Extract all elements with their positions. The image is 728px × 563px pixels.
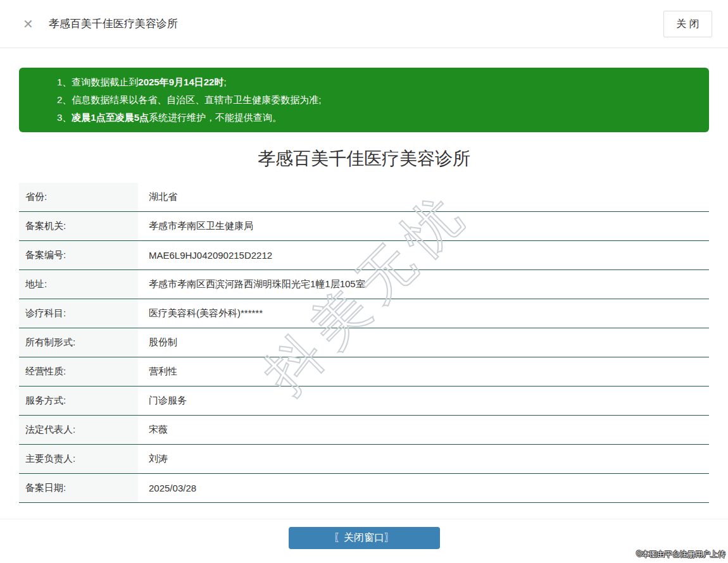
image-copyright: ©本图由平台注册用户上传 bbox=[636, 549, 725, 560]
table-row: 地址: 孝感市孝南区西滨河路西湖明珠阳光宅1幢1层105室 bbox=[19, 270, 709, 299]
row-value: 门诊服务 bbox=[138, 387, 709, 415]
table-row: 法定代表人: 宋薇 bbox=[19, 416, 709, 445]
notice-banner: 1、查询数据截止到2025年9月14日22时; 2、信息数据结果以各省、自治区、… bbox=[19, 68, 709, 132]
row-label: 地址: bbox=[19, 270, 138, 299]
table-row: 服务方式: 门诊服务 bbox=[19, 387, 709, 416]
table-row: 经营性质: 营利性 bbox=[19, 357, 709, 387]
table-row: 备案编号: MAE6L9HJ042090215D2212 bbox=[19, 241, 709, 270]
notice-line-1-bold: 2025年9月14日22时 bbox=[138, 77, 223, 87]
row-value: 湖北省 bbox=[138, 183, 709, 211]
notice-line-1-text: 1、查询数据截止到 bbox=[57, 77, 138, 87]
close-window-button[interactable]: 〖关闭窗口〗 bbox=[289, 527, 440, 549]
notice-line-3-bold: 凌晨1点至凌晨5点 bbox=[72, 112, 149, 123]
row-label: 服务方式: bbox=[19, 387, 138, 415]
row-label: 省份: bbox=[19, 183, 138, 211]
row-label: 经营性质: bbox=[19, 357, 138, 386]
page-title: 孝感百美千佳医疗美容诊所 bbox=[0, 146, 728, 171]
notice-line-1-suffix: ; bbox=[223, 77, 226, 87]
footer-button-row: 〖关闭窗口〗 bbox=[0, 527, 728, 549]
row-value: 营利性 bbox=[138, 357, 709, 386]
notice-line-3-text: 3、 bbox=[57, 112, 72, 123]
row-value: MAE6L9HJ042090215D2212 bbox=[138, 241, 709, 269]
row-value: 宋薇 bbox=[138, 416, 709, 444]
notice-line-2: 2、信息数据结果以各省、自治区、直辖市卫生健康委数据为准; bbox=[57, 91, 696, 109]
row-value: 2025/03/28 bbox=[138, 474, 709, 502]
header: ✕ 孝感百美千佳医疗美容诊所 关 闭 bbox=[0, 0, 728, 48]
row-value: 医疗美容科(美容外科)****** bbox=[138, 299, 709, 328]
notice-line-3: 3、凌晨1点至凌晨5点系统进行维护，不能提供查询。 bbox=[57, 109, 696, 127]
row-label: 诊疗科目: bbox=[19, 299, 138, 328]
panel-divider bbox=[0, 519, 728, 519]
row-label: 备案日期: bbox=[19, 474, 138, 502]
close-x-icon[interactable]: ✕ bbox=[23, 16, 34, 32]
row-label: 所有制形式: bbox=[19, 328, 138, 357]
row-label: 备案机关: bbox=[19, 212, 138, 240]
table-row: 备案机关: 孝感市孝南区卫生健康局 bbox=[19, 212, 709, 241]
header-title: 孝感百美千佳医疗美容诊所 bbox=[49, 16, 178, 31]
table-row: 省份: 湖北省 bbox=[19, 183, 709, 212]
table-row: 所有制形式: 股份制 bbox=[19, 328, 709, 357]
row-value: 股份制 bbox=[138, 328, 709, 357]
row-value: 孝感市孝南区西滨河路西湖明珠阳光宅1幢1层105室 bbox=[138, 270, 709, 299]
notice-line-3-suffix: 系统进行维护，不能提供查询。 bbox=[149, 112, 282, 123]
close-button[interactable]: 关 闭 bbox=[663, 11, 712, 37]
table-row: 诊疗科目: 医疗美容科(美容外科)****** bbox=[19, 299, 709, 328]
info-table: 省份: 湖北省 备案机关: 孝感市孝南区卫生健康局 备案编号: MAE6L9HJ… bbox=[19, 183, 709, 503]
notice-line-1: 1、查询数据截止到2025年9月14日22时; bbox=[57, 73, 696, 91]
notice-line-2-text: 2、信息数据结果以各省、自治区、直辖市卫生健康委数据为准; bbox=[57, 94, 322, 105]
row-label: 法定代表人: bbox=[19, 416, 138, 444]
table-row: 主要负责人: 刘涛 bbox=[19, 445, 709, 474]
row-label: 备案编号: bbox=[19, 241, 138, 269]
row-value: 孝感市孝南区卫生健康局 bbox=[138, 212, 709, 240]
table-row: 备案日期: 2025/03/28 bbox=[19, 474, 709, 503]
row-label: 主要负责人: bbox=[19, 445, 138, 473]
row-value: 刘涛 bbox=[138, 445, 709, 473]
